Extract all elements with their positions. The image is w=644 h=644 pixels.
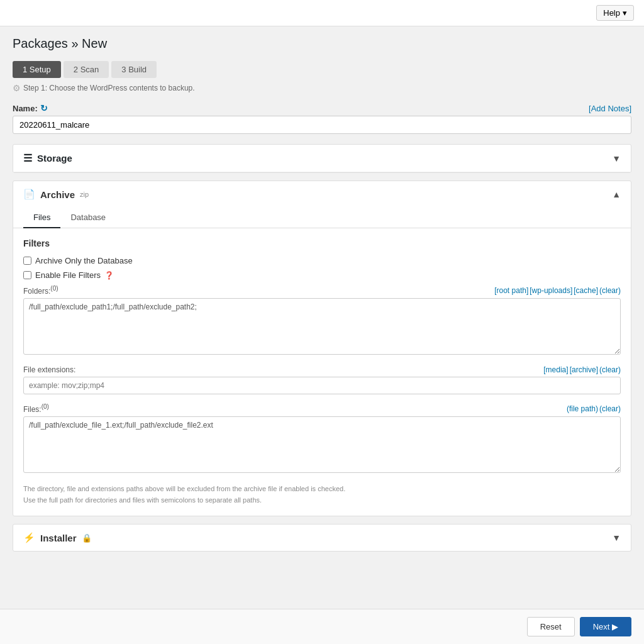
folder-clear-link[interactable]: (clear): [599, 286, 621, 295]
lock-icon: 🔒: [82, 533, 92, 543]
installer-section: ⚡ Installer 🔒 ▼: [13, 524, 631, 552]
file-ext-clear-link[interactable]: (clear): [599, 365, 621, 374]
next-button[interactable]: Next ▶: [580, 617, 631, 636]
reset-button[interactable]: Reset: [527, 617, 575, 636]
archive-header[interactable]: 📄 Archive zip ▲: [13, 181, 631, 208]
refresh-icon[interactable]: ↻: [40, 103, 48, 113]
step-build[interactable]: 3 Build: [111, 61, 157, 78]
installer-title: Installer: [40, 533, 77, 543]
folders-field: Folders:(0) [root path] [wp-uploads] [ca…: [23, 285, 621, 357]
storage-header[interactable]: ☰ Storage ▼: [13, 145, 631, 172]
archive-tabs: Files Database: [13, 208, 631, 228]
folders-count: (0): [50, 285, 58, 292]
storage-icon: ☰: [23, 152, 32, 164]
folder-cache-link[interactable]: [cache]: [574, 286, 598, 295]
archive-chevron: ▲: [612, 189, 621, 199]
storage-chevron: ▼: [612, 153, 621, 164]
installer-header[interactable]: ⚡ Installer 🔒 ▼: [13, 525, 631, 551]
bottom-bar: Reset Next ▶: [0, 609, 644, 644]
step-setup[interactable]: 1 Setup: [13, 61, 61, 78]
archive-section: 📄 Archive zip ▲ Files Database Filters A…: [13, 180, 631, 516]
files-field: Files:(0) (file path) (clear) /full_path…: [23, 403, 621, 475]
file-ext-archive-link[interactable]: [archive]: [570, 365, 598, 374]
enable-file-filters-label: Enable File Filters: [35, 270, 101, 280]
field-hint: The directory, file and extensions paths…: [23, 484, 621, 506]
files-textarea[interactable]: /full_path/exclude_file_1.ext;/full_path…: [23, 416, 621, 473]
folder-wp-uploads-link[interactable]: [wp-uploads]: [530, 286, 572, 295]
files-label: Files:(0): [23, 403, 49, 414]
tab-files[interactable]: Files: [23, 208, 60, 228]
file-ext-media-link[interactable]: [media]: [543, 365, 568, 374]
folders-textarea[interactable]: /full_path/exclude_path1;/full_path/excl…: [23, 298, 621, 355]
step-build-label: 3 Build: [121, 65, 147, 74]
files-links: (file path) (clear): [567, 404, 621, 413]
storage-section: ☰ Storage ▼: [13, 144, 631, 173]
help-chevron-icon: ▾: [623, 8, 627, 18]
add-notes-link[interactable]: [Add Notes]: [589, 104, 631, 113]
file-ext-links: [media] [archive] (clear): [543, 365, 621, 374]
file-extensions-field: File extensions: [media] [archive] (clea…: [23, 365, 621, 394]
files-clear-link[interactable]: (clear): [599, 404, 621, 413]
page-title: Packages » New: [13, 36, 631, 51]
help-label: Help: [603, 8, 620, 18]
step-setup-label: 1 Setup: [23, 65, 51, 74]
step-scan[interactable]: 2 Scan: [64, 61, 109, 78]
checkbox-archive-only-db-row: Archive Only the Database: [23, 256, 621, 265]
enable-file-filters-checkbox[interactable]: [23, 271, 31, 279]
file-extensions-input[interactable]: [23, 377, 621, 394]
folder-root-path-link[interactable]: [root path]: [494, 286, 528, 295]
filters-area: Filters Archive Only the Database Enable…: [13, 228, 631, 516]
archive-title: Archive: [40, 189, 75, 200]
archive-only-db-checkbox[interactable]: [23, 257, 31, 265]
name-label: Name: ↻: [13, 103, 48, 113]
file-ext-label: File extensions:: [23, 365, 75, 374]
storage-title: Storage: [37, 153, 72, 164]
installer-chevron: ▼: [612, 533, 621, 543]
files-count: (0): [42, 403, 49, 410]
checkbox-enable-file-filters-row: Enable File Filters ❓: [23, 270, 621, 280]
name-input[interactable]: [13, 116, 631, 134]
steps-bar: 1 Setup 2 Scan 3 Build: [13, 61, 631, 78]
folders-label: Folders:(0): [23, 285, 58, 296]
filters-title: Filters: [23, 238, 621, 248]
installer-icon: ⚡: [23, 532, 35, 543]
archive-only-db-label: Archive Only the Database: [35, 256, 133, 265]
archive-icon: 📄: [23, 189, 35, 200]
step-scan-label: 2 Scan: [74, 65, 99, 74]
help-tooltip-icon: ❓: [104, 271, 114, 280]
tab-database[interactable]: Database: [60, 208, 116, 228]
wp-icon: ⚙: [13, 83, 21, 93]
help-button[interactable]: Help ▾: [596, 5, 634, 21]
step-hint: ⚙ Step 1: Choose the WordPress contents …: [13, 83, 631, 93]
files-file-path-link[interactable]: (file path): [567, 404, 598, 413]
archive-badge: zip: [80, 191, 89, 198]
folders-links: [root path] [wp-uploads] [cache] (clear): [494, 286, 621, 295]
